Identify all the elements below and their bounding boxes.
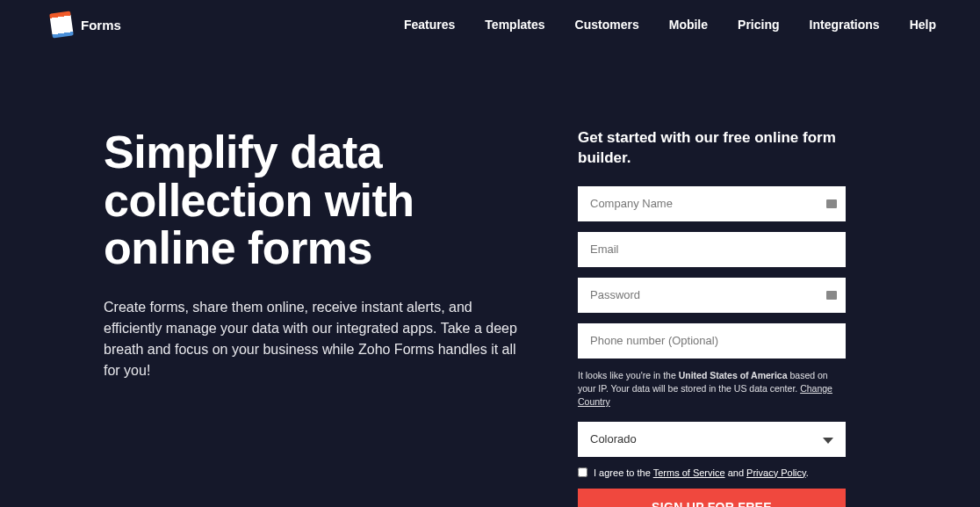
forms-logo-icon [49, 11, 74, 38]
ip-notice: It looks like you're in the United State… [578, 369, 846, 409]
nav-templates[interactable]: Templates [485, 18, 544, 32]
email-input[interactable] [578, 232, 846, 267]
nav-integrations[interactable]: Integrations [810, 18, 880, 32]
hero: Simplify data collection with online for… [104, 128, 525, 507]
brand-name: Forms [81, 18, 121, 33]
signup-button[interactable]: SIGN UP FOR FREE [578, 489, 846, 507]
company-input[interactable] [578, 186, 846, 221]
nav-pricing[interactable]: Pricing [738, 18, 779, 32]
nav-help[interactable]: Help [910, 18, 936, 32]
tos-link[interactable]: Terms of Service [653, 467, 725, 478]
password-field-wrap [578, 278, 846, 313]
header: Forms Features Templates Customers Mobil… [0, 0, 980, 49]
state-select[interactable]: Colorado [578, 422, 846, 457]
nav-mobile[interactable]: Mobile [669, 18, 708, 32]
main-nav: Features Templates Customers Mobile Pric… [404, 18, 936, 32]
state-select-wrap: Colorado [578, 422, 846, 457]
keyboard-icon [826, 291, 837, 300]
agree-checkbox[interactable] [578, 467, 587, 477]
company-field-wrap [578, 186, 846, 221]
hero-subtitle: Create forms, share them online, receive… [104, 297, 525, 381]
agree-text: I agree to the Terms of Service and Priv… [594, 467, 809, 478]
hero-title: Simplify data collection with online for… [104, 128, 525, 272]
logo[interactable]: Forms [51, 12, 121, 37]
company-card-icon [826, 199, 837, 208]
phone-field-wrap [578, 323, 846, 359]
form-heading: Get started with our free online form bu… [578, 128, 846, 169]
email-field-wrap [578, 232, 846, 267]
phone-input[interactable] [578, 323, 846, 359]
agree-row: I agree to the Terms of Service and Priv… [578, 467, 846, 478]
nav-features[interactable]: Features [404, 18, 455, 32]
privacy-link[interactable]: Privacy Policy [746, 467, 806, 478]
password-input[interactable] [578, 278, 846, 313]
main: Simplify data collection with online for… [0, 49, 980, 507]
nav-customers[interactable]: Customers [575, 18, 639, 32]
signup-form: Get started with our free online form bu… [578, 128, 846, 507]
